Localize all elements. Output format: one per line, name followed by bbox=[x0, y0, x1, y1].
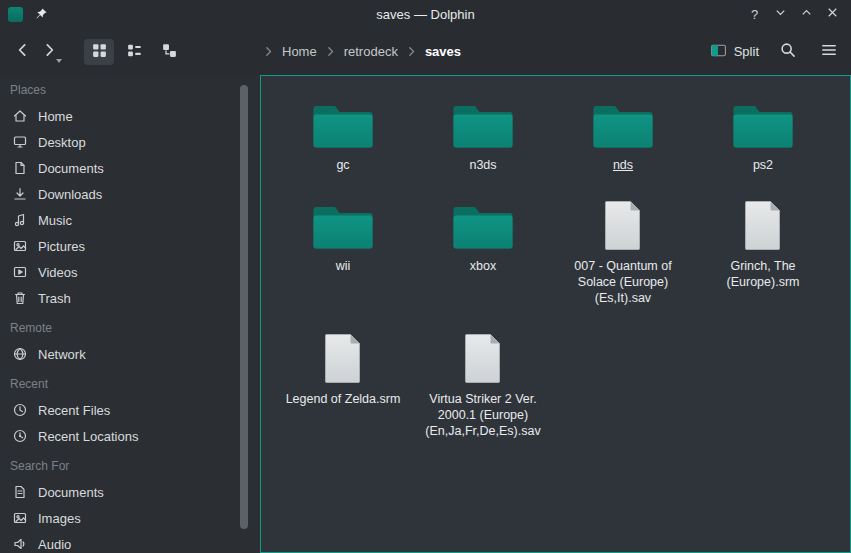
file-label: Grinch, The (Europe).srm bbox=[700, 258, 826, 290]
sidebar-section-title-places: Places bbox=[0, 77, 260, 103]
help-button[interactable]: ? bbox=[746, 6, 763, 23]
downloads-icon bbox=[12, 186, 28, 202]
sidebar-item-audio[interactable]: Audio bbox=[0, 531, 260, 553]
folder-item-n3ds[interactable]: n3ds bbox=[413, 88, 553, 173]
sidebar-item-home[interactable]: Home bbox=[0, 103, 260, 129]
breadcrumb-item-saves[interactable]: saves bbox=[425, 44, 461, 59]
back-button[interactable] bbox=[10, 39, 36, 65]
compact-view-icon bbox=[126, 42, 143, 62]
pin-icon bbox=[34, 7, 48, 21]
desktop-icon bbox=[12, 134, 28, 150]
sidebar-item-label: Downloads bbox=[38, 187, 102, 202]
sidebar-item-trash[interactable]: Trash bbox=[0, 285, 260, 311]
sidebar-item-label: Images bbox=[38, 511, 81, 526]
window-controls: ? bbox=[746, 0, 841, 28]
breadcrumb-item-home[interactable]: Home bbox=[282, 44, 317, 59]
file-item-legend-of-zelda-srm[interactable]: Legend of Zelda.srm bbox=[273, 322, 413, 439]
sidebar-scrollbar[interactable] bbox=[240, 85, 248, 529]
sidebar-section-title-search-for: Search For bbox=[0, 453, 260, 479]
main-area: PlacesHomeDesktopDocumentsDownloadsMusic… bbox=[0, 75, 851, 553]
file-label: nds bbox=[613, 157, 633, 173]
sidebar-item-label: Videos bbox=[38, 265, 78, 280]
sidebar-item-label: Recent Files bbox=[38, 403, 110, 418]
sidebar-item-music[interactable]: Music bbox=[0, 207, 260, 233]
folder-item-nds[interactable]: nds bbox=[553, 88, 693, 173]
sidebar-item-downloads[interactable]: Downloads bbox=[0, 181, 260, 207]
close-icon bbox=[825, 5, 840, 23]
sidebar-item-label: Documents bbox=[38, 485, 104, 500]
music-icon bbox=[12, 212, 28, 228]
window-title: saves — Dolphin bbox=[0, 7, 851, 22]
help-icon: ? bbox=[751, 7, 758, 22]
folder-icon bbox=[313, 189, 373, 253]
documents-icon bbox=[12, 160, 28, 176]
search-audio-icon bbox=[12, 536, 28, 552]
sidebar-item-label: Documents bbox=[38, 161, 104, 176]
sidebar-section-title-recent: Recent bbox=[0, 371, 260, 397]
videos-icon bbox=[12, 264, 28, 280]
sidebar-item-recent-locations[interactable]: Recent Locations bbox=[0, 423, 260, 449]
forward-icon bbox=[40, 41, 58, 62]
search-button[interactable] bbox=[776, 40, 800, 64]
file-item-007-quantum-of-solace-europe-es-it-sav[interactable]: 007 - Quantum of Solace (Europe) (Es,It)… bbox=[553, 189, 693, 306]
pictures-icon bbox=[12, 238, 28, 254]
tree-view-button[interactable] bbox=[154, 39, 184, 65]
search-icon bbox=[779, 41, 797, 62]
sidebar-item-documents[interactable]: Documents bbox=[0, 155, 260, 181]
sidebar-item-label: Home bbox=[38, 109, 73, 124]
close-button[interactable] bbox=[824, 6, 841, 23]
folder-item-gc[interactable]: gc bbox=[273, 88, 413, 173]
toolbar-right: Split bbox=[710, 40, 841, 64]
sidebar-sections: PlacesHomeDesktopDocumentsDownloadsMusic… bbox=[0, 77, 260, 553]
sidebar-item-recent-files[interactable]: Recent Files bbox=[0, 397, 260, 423]
tree-view-icon bbox=[161, 42, 178, 62]
minimize-button[interactable] bbox=[772, 6, 789, 23]
sidebar-item-label: Pictures bbox=[38, 239, 85, 254]
sidebar-section-title-remote: Remote bbox=[0, 315, 260, 341]
folder-item-wii[interactable]: wii bbox=[273, 189, 413, 306]
folder-icon bbox=[593, 88, 653, 152]
file-item-virtua-striker-2-ver-2000-1-europe-en-ja-fr-de-es-sav[interactable]: Virtua Striker 2 Ver. 2000.1 (Europe) (E… bbox=[413, 322, 553, 439]
maximize-button[interactable] bbox=[798, 6, 815, 23]
sidebar-item-documents[interactable]: Documents bbox=[0, 479, 260, 505]
titlebar-left bbox=[8, 0, 48, 28]
breadcrumb: Homeretrodecksaves bbox=[263, 28, 461, 75]
folder-item-ps2[interactable]: ps2 bbox=[693, 88, 833, 173]
recent-locations-icon bbox=[12, 428, 28, 444]
sidebar-item-videos[interactable]: Videos bbox=[0, 259, 260, 285]
sidebar-item-desktop[interactable]: Desktop bbox=[0, 129, 260, 155]
icons-view-button[interactable] bbox=[84, 39, 114, 65]
app-icon bbox=[8, 7, 23, 22]
folder-icon bbox=[453, 88, 513, 152]
file-view: gcn3dsndsps2wiixbox007 - Quantum of Sola… bbox=[260, 75, 851, 553]
breadcrumb-chevron-icon[interactable] bbox=[406, 46, 417, 57]
file-label: Virtua Striker 2 Ver. 2000.1 (Europe) (E… bbox=[420, 391, 546, 439]
file-label: ps2 bbox=[753, 157, 773, 173]
file-item-grinch-the-europe-srm[interactable]: Grinch, The (Europe).srm bbox=[693, 189, 833, 306]
sidebar-item-label: Audio bbox=[38, 537, 71, 552]
maximize-icon bbox=[799, 5, 814, 23]
back-icon bbox=[14, 41, 32, 62]
split-label: Split bbox=[734, 44, 759, 59]
sidebar-item-pictures[interactable]: Pictures bbox=[0, 233, 260, 259]
folder-item-xbox[interactable]: xbox bbox=[413, 189, 553, 306]
sidebar-item-label: Music bbox=[38, 213, 72, 228]
places-panel: PlacesHomeDesktopDocumentsDownloadsMusic… bbox=[0, 75, 260, 553]
minimize-icon bbox=[773, 5, 788, 23]
menu-button[interactable] bbox=[817, 40, 841, 64]
split-button[interactable]: Split bbox=[710, 42, 759, 62]
sidebar-item-label: Trash bbox=[38, 291, 71, 306]
sidebar-item-label: Recent Locations bbox=[38, 429, 138, 444]
breadcrumb-item-retrodeck[interactable]: retrodeck bbox=[344, 44, 398, 59]
compact-view-button[interactable] bbox=[119, 39, 149, 65]
icons-view-icon bbox=[91, 42, 108, 62]
trash-icon bbox=[12, 290, 28, 306]
breadcrumb-chevron-icon[interactable] bbox=[325, 46, 336, 57]
split-icon bbox=[710, 42, 727, 62]
sidebar-item-images[interactable]: Images bbox=[0, 505, 260, 531]
sidebar-item-network[interactable]: Network bbox=[0, 341, 260, 367]
breadcrumb-chevron-icon[interactable] bbox=[263, 46, 274, 57]
forward-button[interactable] bbox=[36, 39, 62, 65]
search-documents-icon bbox=[12, 484, 28, 500]
dolphin-window: saves — Dolphin ? Homeretrodecksaves Spl… bbox=[0, 0, 851, 553]
